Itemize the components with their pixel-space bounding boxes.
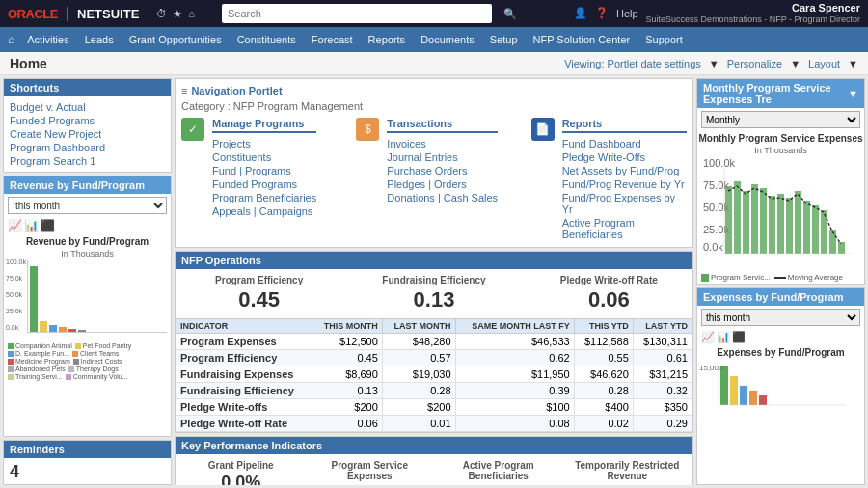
- manage-programs-icon: ✓: [181, 118, 204, 141]
- link-program-beneficiaries[interactable]: Program Beneficiaries: [212, 191, 316, 204]
- link-constituents[interactable]: Constituents: [212, 150, 316, 164]
- line-chart-icon[interactable]: 📈: [8, 219, 22, 232]
- oracle-logo: ORACLE: [8, 7, 58, 21]
- table-row: Pledge Write-off Rate 0.06 0.01 0.08 0.0…: [176, 416, 692, 432]
- th-this-ytd: THIS YTD: [574, 319, 633, 334]
- svg-rect-5: [725, 186, 732, 254]
- top-right-area: 👤 ❓ Help Cara Spencer SuiteSuccess Demon…: [574, 2, 860, 25]
- link-pledges-orders[interactable]: Pledges | Orders: [387, 177, 498, 191]
- svg-rect-23: [720, 366, 728, 405]
- link-fund-revenue-yr[interactable]: Fund/Prog Revenue by Yr: [562, 177, 687, 191]
- link-invoices[interactable]: Invoices: [387, 137, 498, 150]
- expenses-pie-icon[interactable]: ⬛: [732, 331, 746, 343]
- nav-constituents[interactable]: Constituents: [231, 27, 303, 52]
- kpi-program-expenses: Program Service Expenses ▼ 74.1%: [311, 460, 430, 485]
- link-appeals-campaigns[interactable]: Appeals | Campaigns: [212, 204, 316, 218]
- reminder-count: 4: [4, 458, 171, 484]
- monthly-dropdown[interactable]: Monthly Weekly Yearly: [701, 111, 860, 128]
- home-icon[interactable]: ⌂: [188, 8, 195, 19]
- link-funded-programs[interactable]: Funded Programs: [212, 177, 316, 191]
- table-row: Fundraising Efficiency 0.13 0.28 0.39 0.…: [176, 383, 692, 399]
- nav-nfp-solution-center[interactable]: NFP Solution Center: [527, 27, 637, 52]
- shortcut-create-project[interactable]: Create New Project: [10, 127, 165, 141]
- trend-chart-title: Monthly Program Service Expenses: [697, 131, 864, 146]
- link-net-assets[interactable]: Net Assets by Fund/Prog: [562, 164, 687, 177]
- revenue-dropdown[interactable]: this month last month this year: [8, 197, 167, 214]
- legend-dot-client: [72, 351, 78, 357]
- nav-activities[interactable]: Activities: [20, 27, 75, 52]
- nav-documents[interactable]: Documents: [414, 27, 481, 52]
- svg-text:100.0k: 100.0k: [703, 157, 736, 169]
- search-icon[interactable]: 🔍: [503, 8, 517, 20]
- kpi-header: Key Performance Indicators: [176, 437, 692, 454]
- metric-program-efficiency: Program Efficiency 0.45: [181, 275, 337, 312]
- expenses-svg: [701, 362, 846, 410]
- kpi-label-prog-exp: Program Service Expenses: [311, 460, 430, 481]
- nav-support[interactable]: Support: [638, 27, 690, 52]
- svg-rect-8: [751, 184, 758, 254]
- bar-example: [49, 325, 57, 332]
- star-icon[interactable]: ★: [173, 8, 182, 20]
- svg-rect-27: [759, 395, 767, 405]
- home-nav-icon[interactable]: ⌂: [8, 33, 14, 46]
- shortcut-dashboard[interactable]: Program Dashboard: [10, 141, 165, 154]
- th-this-month: THIS MONTH: [312, 319, 382, 334]
- link-fund-programs[interactable]: Fund | Programs: [212, 164, 316, 177]
- pie-chart-icon[interactable]: ⬛: [41, 219, 55, 232]
- search-input[interactable]: [222, 4, 492, 23]
- menu-icon: ≡: [181, 85, 187, 96]
- notifications-icon[interactable]: 👤: [574, 7, 587, 19]
- user-info: Cara Spencer SuiteSuccess Demonstrations…: [646, 2, 860, 25]
- link-journal-entries[interactable]: Journal Entries: [387, 150, 498, 164]
- kpi-metrics: Grant Pipeline 0.0% Program Service Expe…: [176, 454, 692, 485]
- category-label: Category : NFP Program Management: [181, 100, 687, 112]
- layout-button[interactable]: Layout: [808, 58, 840, 69]
- manage-programs-title: Manage Programs: [212, 118, 316, 133]
- legend-abandoned: Abandoned Pets: [8, 366, 66, 372]
- shortcut-search[interactable]: Program Search 1: [10, 154, 165, 168]
- bar-medicine: [68, 329, 76, 332]
- link-projects[interactable]: Projects: [212, 137, 316, 150]
- nav-setup[interactable]: Setup: [483, 27, 525, 52]
- link-fund-expenses-yr[interactable]: Fund/Prog Expenses by Yr: [562, 191, 687, 216]
- shortcut-budget[interactable]: Budget v. Actual: [10, 100, 165, 114]
- nav-grant-opportunities[interactable]: Grant Opportunities: [122, 27, 229, 52]
- link-pledge-writeoffs[interactable]: Pledge Write-Offs: [562, 150, 687, 164]
- bar-chart-icon[interactable]: 📊: [24, 219, 39, 232]
- shortcuts-panel: Shortcuts Budget v. Actual Funded Progra…: [3, 78, 172, 173]
- nav-reports[interactable]: Reports: [362, 27, 413, 52]
- trend-legend: Program Servic... Moving Average: [697, 271, 864, 284]
- revenue-legend: Companion Animal Pet Food Pantry D. Exam…: [4, 340, 171, 382]
- svg-rect-15: [812, 205, 819, 254]
- link-purchase-orders[interactable]: Purchase Orders: [387, 164, 498, 177]
- help-icon[interactable]: ❓: [595, 7, 609, 19]
- revenue-bar-chart: 100.0k 75.0k 50.0k 25.0k 0.0k: [4, 258, 171, 340]
- shortcut-funded-programs[interactable]: Funded Programs: [10, 114, 165, 127]
- nfp-header: NFP Operations: [176, 252, 692, 269]
- svg-rect-14: [803, 201, 810, 254]
- expenses-bar-icon[interactable]: 📊: [717, 331, 730, 343]
- clock-icon[interactable]: ⏱: [156, 8, 167, 19]
- header-controls: Viewing: Portlet date settings ▼ Persona…: [564, 58, 858, 69]
- nav-forecast[interactable]: Forecast: [305, 27, 360, 52]
- legend-companion: Companion Animal: [8, 342, 72, 349]
- portlet-sections: ✓ Manage Programs Projects Constituents …: [181, 118, 687, 241]
- link-active-beneficiaries[interactable]: Active Program Beneficiaries: [562, 216, 687, 241]
- expenses-line-icon[interactable]: 📈: [701, 331, 715, 343]
- th-last-month: LAST MONTH: [382, 319, 455, 334]
- legend-dot-medicine: [8, 359, 14, 365]
- link-donations[interactable]: Donations | Cash Sales: [387, 191, 498, 204]
- viewing-label: Viewing: Portlet date settings: [564, 58, 701, 69]
- shortcuts-header: Shortcuts: [4, 79, 171, 96]
- right-sidebar: Monthly Program Service Expenses Tre ▼ M…: [696, 78, 865, 485]
- link-fund-dashboard[interactable]: Fund Dashboard: [562, 137, 687, 150]
- expenses-dropdown[interactable]: this month last month: [701, 309, 860, 326]
- nav-leads[interactable]: Leads: [78, 27, 121, 52]
- svg-rect-26: [749, 391, 757, 405]
- personalize-button[interactable]: Personalize: [727, 58, 782, 69]
- monthly-trend-header: Monthly Program Service Expenses Tre ▼: [697, 79, 864, 108]
- left-sidebar: Shortcuts Budget v. Actual Funded Progra…: [3, 78, 172, 485]
- trend-chart-area: 100.0k 75.0k 50.0k 25.0k 0.0k: [697, 155, 864, 271]
- search-container: [222, 4, 492, 23]
- kpi-value-beneficiaries: 2: [439, 483, 558, 485]
